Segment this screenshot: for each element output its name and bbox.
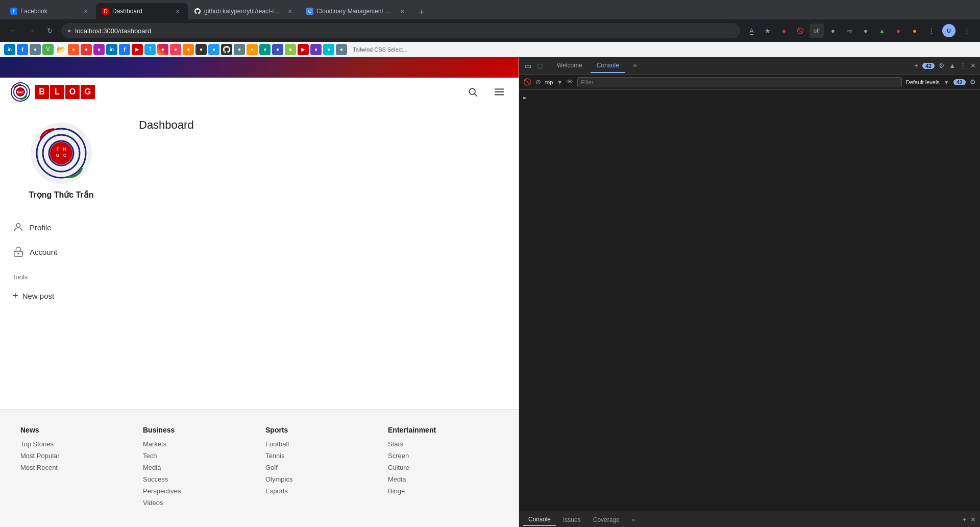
devtools-bottom-tab-coverage[interactable]: Coverage (588, 514, 625, 525)
footer-link-markets[interactable]: Markets (143, 440, 253, 448)
devtools-bottom-add[interactable]: + (962, 516, 966, 523)
tab-facebook[interactable]: f Facebook ✕ (4, 3, 96, 19)
sidebar-item-account[interactable]: Account (12, 241, 110, 263)
translate-icon[interactable]: A̲ (744, 23, 758, 38)
extension-icon-1[interactable]: ● (777, 23, 791, 38)
footer-link-tech[interactable]: Tech (143, 452, 253, 460)
ext-ext4[interactable]: V (42, 44, 54, 55)
ext-ext14[interactable]: ● (285, 44, 296, 55)
extension-more[interactable]: ⋮ (924, 23, 938, 38)
tab-github[interactable]: github katyperrrybt/react-image-uploa...… (188, 3, 300, 19)
footer-link-media-ent[interactable]: Media (388, 475, 498, 483)
ext-ext7[interactable]: ● (93, 44, 105, 55)
footer-link-football[interactable]: Football (265, 440, 376, 448)
extension-icon-3[interactable]: off (810, 23, 824, 38)
user-profile-button[interactable]: U (942, 24, 955, 37)
devtools-dropdown-icon[interactable]: ▼ (557, 79, 562, 85)
footer-link-culture[interactable]: Culture (388, 464, 498, 471)
devtools-add-tab[interactable]: + (914, 62, 918, 69)
ext-linkedin[interactable]: in (4, 44, 15, 55)
ext-yt[interactable]: ▶ (132, 44, 143, 55)
ext-ext9[interactable]: ● (208, 44, 219, 55)
ext-ig[interactable]: ● (157, 44, 168, 55)
footer-link-stars[interactable]: Stars (388, 440, 498, 448)
footer-link-esports[interactable]: Esports (265, 487, 376, 495)
sidebar-item-profile[interactable]: Profile (12, 216, 110, 238)
cursor-icon[interactable]: ⇨ (842, 23, 856, 38)
reload-button[interactable]: ↻ (43, 23, 57, 38)
devtools-filter-input[interactable] (577, 77, 902, 87)
ext-fb[interactable]: f (17, 44, 28, 55)
extension-icon-2[interactable]: 🚫 (793, 23, 807, 38)
tab-close-cloudinary[interactable]: ✕ (398, 7, 406, 15)
tab-close-dashboard[interactable]: ✕ (174, 7, 182, 15)
footer-link-success[interactable]: Success (143, 475, 253, 483)
ext-ext10[interactable]: ● (234, 44, 245, 55)
ext-ext3[interactable]: ● (30, 44, 41, 55)
footer-link-screen[interactable]: Screen (388, 452, 498, 460)
ext-ext16[interactable]: ● (323, 44, 334, 55)
footer-link-videos[interactable]: Videos (143, 499, 253, 507)
ext-ext17[interactable]: ● (336, 44, 347, 55)
devtools-clear-icon[interactable]: 🚫 (523, 78, 531, 86)
extension-icon-7[interactable]: ● (891, 23, 905, 38)
address-bar[interactable]: ● localhost:3000/dashboard (61, 23, 740, 38)
devtools-bottom-tab-console[interactable]: Console (523, 514, 556, 526)
new-post-button[interactable]: + New post (12, 285, 110, 307)
footer-link-most-recent[interactable]: Most Recent (20, 464, 131, 471)
devtools-bottom-tab-more[interactable]: » (627, 514, 641, 525)
devtools-tab-welcome[interactable]: Welcome (551, 59, 589, 73)
footer-link-binge[interactable]: Binge (388, 487, 498, 495)
back-button[interactable]: ← (6, 23, 20, 38)
devtools-more-options[interactable]: ⋮ (960, 62, 966, 69)
ext-fb2[interactable]: f (119, 44, 130, 55)
devtools-settings[interactable]: ⚙ (939, 62, 945, 69)
devtools-bottom-tab-issues[interactable]: Issues (558, 514, 586, 525)
tab-close-facebook[interactable]: ✕ (82, 7, 90, 15)
ext-drive[interactable]: 📂 (55, 44, 66, 55)
hamburger-menu-button[interactable] (490, 83, 508, 101)
footer-link-most-popular[interactable]: Most Popular (20, 452, 131, 460)
ext-pocket[interactable]: ● (170, 44, 181, 55)
devtools-network-icon[interactable]: ▲ (949, 62, 955, 69)
footer-link-top-stories[interactable]: Top Stories (20, 440, 131, 448)
ext-yt2[interactable]: ▶ (298, 44, 309, 55)
ext-tw[interactable]: T (144, 44, 156, 55)
devtools-filter-icon[interactable]: ⊘ (535, 78, 541, 86)
star-icon[interactable]: ★ (761, 23, 775, 38)
ext-ext6[interactable]: ● (81, 44, 92, 55)
ext-ext13[interactable]: ● (272, 44, 283, 55)
tab-close-github[interactable]: ✕ (286, 7, 294, 15)
extension-icon-4[interactable]: ● (826, 23, 840, 38)
ext-ext11[interactable]: ● (247, 44, 258, 55)
footer-link-golf[interactable]: Golf (265, 464, 376, 471)
ext-github[interactable] (221, 44, 232, 55)
ext-ext15[interactable]: ● (310, 44, 322, 55)
new-tab-button[interactable]: + (414, 5, 429, 19)
ext-linkedin2[interactable]: in (106, 44, 117, 55)
devtools-settings-icon-2[interactable]: ⚙ (970, 78, 976, 86)
extension-icon-6[interactable]: ▲ (875, 23, 889, 38)
forward-button[interactable]: → (24, 23, 39, 38)
devtools-close[interactable]: ✕ (970, 62, 976, 69)
footer-link-tennis[interactable]: Tennis (265, 452, 376, 460)
devtools-levels-dropdown[interactable]: ▼ (944, 79, 949, 85)
ext-ext5[interactable]: ● (68, 44, 79, 55)
more-options[interactable]: ⋮ (960, 23, 974, 38)
devtools-dock-icon[interactable]: ▭ (523, 61, 532, 70)
tab-cloudinary[interactable]: C Cloudinary Management Consol... ✕ (300, 3, 412, 19)
tab-dashboard[interactable]: D Dashboard ✕ (96, 3, 188, 19)
ext-ext12[interactable]: ● (259, 44, 271, 55)
devtools-eye-icon[interactable]: 👁 (567, 78, 573, 86)
devtools-tab-more[interactable]: » (627, 59, 643, 73)
ext-overcast[interactable]: ● (183, 44, 194, 55)
devtools-bottom-close[interactable]: ✕ (970, 516, 976, 523)
footer-link-perspectives[interactable]: Perspectives (143, 487, 253, 495)
footer-link-olympics[interactable]: Olympics (265, 475, 376, 483)
extension-icon-8[interactable]: ● (908, 23, 922, 38)
ext-ext8[interactable]: ● (195, 44, 207, 55)
extension-icon-5[interactable]: ● (859, 23, 873, 38)
devtools-tab-console[interactable]: Console (591, 59, 625, 73)
footer-link-media-biz[interactable]: Media (143, 464, 253, 471)
devtools-undock-icon[interactable]: □ (535, 61, 545, 70)
